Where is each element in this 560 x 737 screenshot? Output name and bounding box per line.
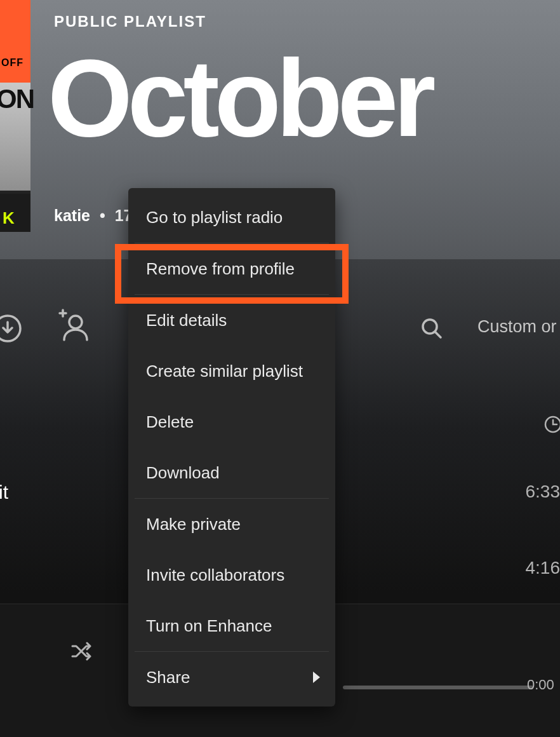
search-icon	[420, 317, 443, 340]
playlist-owner-link[interactable]: katie	[54, 206, 90, 224]
art-panel-top	[0, 0, 30, 83]
menu-edit-details[interactable]: Edit details	[128, 295, 335, 346]
svg-point-1	[69, 316, 82, 328]
menu-turn-on-enhance[interactable]: Turn on Enhance	[128, 600, 335, 651]
meta-separator: •	[100, 206, 105, 224]
menu-make-private[interactable]: Make private	[128, 499, 335, 550]
menu-share[interactable]: Share	[128, 652, 335, 703]
download-button[interactable]	[0, 313, 23, 344]
menu-create-similar-playlist[interactable]: Create similar playlist	[128, 346, 335, 396]
playlist-title[interactable]: October	[48, 35, 430, 161]
duration-column-header	[543, 415, 560, 434]
menu-delete[interactable]: Delete	[128, 396, 335, 447]
track-title: it	[0, 482, 8, 503]
menu-go-to-playlist-radio[interactable]: Go to playlist radio	[128, 192, 335, 243]
shuffle-icon	[70, 639, 95, 664]
playback-elapsed-time: 0:00	[527, 677, 554, 693]
svg-point-2	[423, 320, 437, 334]
art-text-off: OFF	[1, 57, 23, 69]
clock-icon	[543, 415, 560, 434]
download-icon	[0, 313, 23, 344]
art-text-k: K	[3, 208, 15, 228]
art-text-on: ON	[0, 84, 34, 114]
menu-share-label: Share	[146, 668, 190, 687]
sort-order-dropdown[interactable]: Custom or	[477, 317, 557, 337]
track-duration: 4:16	[526, 558, 561, 578]
playlist-type-label: PUBLIC PLAYLIST	[54, 13, 206, 30]
search-in-playlist-button[interactable]	[420, 317, 443, 340]
menu-remove-from-profile[interactable]: Remove from profile	[128, 243, 335, 294]
shuffle-button[interactable]	[70, 639, 95, 664]
playlist-context-menu: Go to playlist radio Remove from profile…	[128, 188, 335, 707]
track-duration: 6:33	[526, 482, 561, 502]
invite-collaborators-button[interactable]	[54, 308, 91, 345]
menu-invite-collaborators[interactable]: Invite collaborators	[128, 550, 335, 600]
playlist-meta: katie • 17	[54, 206, 132, 225]
menu-download[interactable]: Download	[128, 447, 335, 498]
playlist-cover-art: OFF ON K	[0, 0, 30, 232]
playback-progress-bar[interactable]	[343, 686, 533, 689]
chevron-right-icon	[313, 672, 320, 683]
add-user-icon	[54, 308, 91, 345]
